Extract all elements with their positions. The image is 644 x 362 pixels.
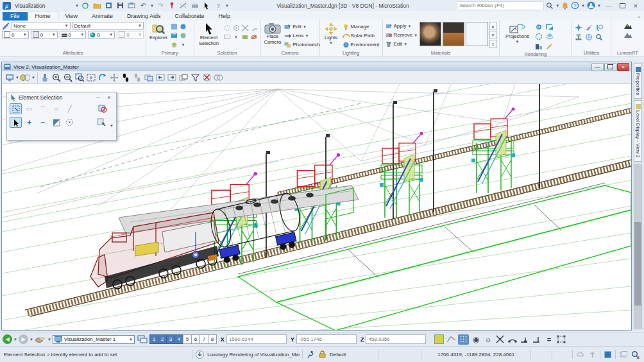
select-disable-handles-button[interactable]: [96, 103, 108, 114]
utility-cell-icon[interactable]: [584, 33, 593, 41]
arc-snap-icon[interactable]: [507, 334, 518, 345]
z-coordinate-input[interactable]: [366, 334, 426, 344]
linked-views-icon[interactable]: [213, 73, 224, 83]
tab-level-display[interactable]: Level Display - View 2: [634, 100, 642, 162]
copy-view-icon[interactable]: [178, 73, 189, 83]
help-circle-icon[interactable]: ?: [571, 1, 579, 10]
view-close-button[interactable]: ×: [617, 63, 629, 71]
camera-lens-button[interactable]: Lens▼: [284, 31, 321, 40]
save-button[interactable]: [115, 1, 125, 10]
select-new-button[interactable]: [10, 117, 22, 128]
view-attributes-icon[interactable]: [4, 73, 15, 83]
tab-file[interactable]: File: [3, 12, 28, 21]
walk-icon[interactable]: [121, 73, 131, 83]
fence-clip-icon[interactable]: [241, 24, 250, 32]
view-previous-icon[interactable]: [155, 73, 166, 83]
render-view-icon[interactable]: [546, 22, 554, 31]
ribbon-search-input[interactable]: [457, 1, 544, 10]
models-icon[interactable]: [179, 22, 187, 31]
lumenrt-export-icon[interactable]: [623, 22, 632, 30]
design-history-icon[interactable]: [603, 350, 613, 359]
utility-search-icon[interactable]: [595, 33, 603, 41]
snap-mode-icon[interactable]: ◉: [470, 334, 481, 345]
selection-handles-icon[interactable]: [555, 334, 566, 345]
render-queue-icon[interactable]: [535, 42, 543, 50]
render-environment-icon[interactable]: [546, 32, 554, 40]
markup-icon[interactable]: [618, 350, 628, 359]
fly-icon[interactable]: [132, 73, 143, 83]
tab-properties[interactable]: Properties: [634, 63, 642, 99]
search-icon[interactable]: [546, 2, 554, 10]
grid-lock-icon[interactable]: [458, 334, 469, 345]
select-add-button[interactable]: +: [23, 117, 35, 128]
color-combo[interactable]: 0▼: [2, 31, 29, 39]
explorer-button[interactable]: Explorer: [148, 22, 169, 42]
clip-mask-icon[interactable]: [201, 73, 212, 83]
utility-macro-icon[interactable]: [595, 23, 603, 31]
view-toggle-7[interactable]: 7: [199, 334, 208, 344]
ribbon-collapse-icon[interactable]: ^: [638, 15, 640, 21]
view-toggles-icon[interactable]: [136, 335, 149, 343]
acs-lock-icon[interactable]: [434, 334, 445, 345]
environment-button[interactable]: Environment: [342, 40, 380, 49]
zoom-out-icon[interactable]: [63, 73, 74, 83]
vertical-scrollbar[interactable]: [634, 164, 642, 329]
view-toggle-2[interactable]: 2: [158, 334, 167, 344]
update-view-icon[interactable]: [40, 73, 51, 83]
fence-block-icon[interactable]: [232, 24, 241, 32]
transparency-combo[interactable]: 0▼: [117, 31, 144, 39]
view-attributes-caret-icon[interactable]: ▼: [15, 76, 19, 80]
render-tool-icon[interactable]: [546, 42, 554, 50]
help-button[interactable]: ?: [214, 1, 223, 10]
new-file-button[interactable]: [104, 1, 114, 10]
material-thumbnail-3[interactable]: [466, 22, 487, 46]
view-toggle-6[interactable]: 6: [191, 334, 200, 344]
display-style-icon[interactable]: [20, 73, 31, 83]
minimize-button[interactable]: —: [603, 1, 614, 10]
gallery-up-icon[interactable]: ▲: [489, 22, 497, 30]
close-button[interactable]: ×: [630, 1, 641, 10]
tangent-snap-icon[interactable]: [531, 334, 542, 345]
gallery-down-icon[interactable]: ▼: [489, 31, 497, 39]
primary-more-caret-icon[interactable]: ▼: [179, 40, 187, 49]
scrollbar-thumb[interactable]: [634, 222, 641, 306]
render-region-icon[interactable]: [535, 32, 543, 40]
projections-button[interactable]: Projections ▼: [502, 22, 534, 44]
solar-path-button[interactable]: Solar Path: [342, 31, 380, 40]
view-toggle-1[interactable]: 1: [149, 334, 158, 344]
measure-button[interactable]: [179, 1, 189, 10]
open-folder-button[interactable]: [92, 1, 102, 10]
workspace-caret-icon[interactable]: ▼: [75, 4, 79, 8]
search-caret-icon[interactable]: ▼: [555, 4, 559, 8]
select-line-button[interactable]: ╱: [64, 103, 76, 114]
view-restore-button[interactable]: [604, 63, 616, 71]
zoom-issues-icon[interactable]: [631, 350, 640, 359]
lock-icon[interactable]: [318, 350, 327, 359]
view-minimize-button[interactable]: —: [591, 63, 604, 71]
tab-drawing-aids[interactable]: Drawing Aids: [120, 12, 168, 21]
line-weight-combo[interactable]: 0▼: [60, 31, 87, 39]
fence-caret-icon[interactable]: ▼: [232, 33, 241, 41]
walkthrough-icon[interactable]: [35, 336, 46, 343]
material-combo[interactable]: 0▼: [88, 31, 115, 39]
select-none-icon[interactable]: [250, 33, 258, 41]
active-class-combo[interactable]: None▼: [12, 22, 71, 30]
material-edit-button[interactable]: Edit▼: [385, 40, 419, 48]
rotate-view-icon[interactable]: [97, 73, 108, 83]
select-block-button[interactable]: ▭: [23, 103, 35, 114]
view-toggle-5[interactable]: 5: [183, 334, 192, 344]
attach-tools-icon[interactable]: [170, 22, 178, 31]
user-avatar[interactable]: [587, 1, 595, 10]
camera-edit-button[interactable]: Edit▼: [284, 22, 321, 31]
lights-button[interactable]: Lights ▼: [322, 22, 341, 46]
compress-button[interactable]: [127, 1, 137, 10]
select-clear-button[interactable]: [64, 117, 76, 128]
intersection-snap-icon[interactable]: [495, 334, 505, 345]
references-icon[interactable]: [170, 31, 178, 40]
pin-button[interactable]: [167, 1, 177, 10]
tab-help[interactable]: Help: [211, 12, 237, 21]
qat-more-caret-icon[interactable]: ▼: [225, 4, 229, 8]
render-settings-icon[interactable]: [535, 22, 543, 31]
window-area-icon[interactable]: [74, 73, 85, 83]
undo-button[interactable]: ↶: [139, 1, 148, 10]
